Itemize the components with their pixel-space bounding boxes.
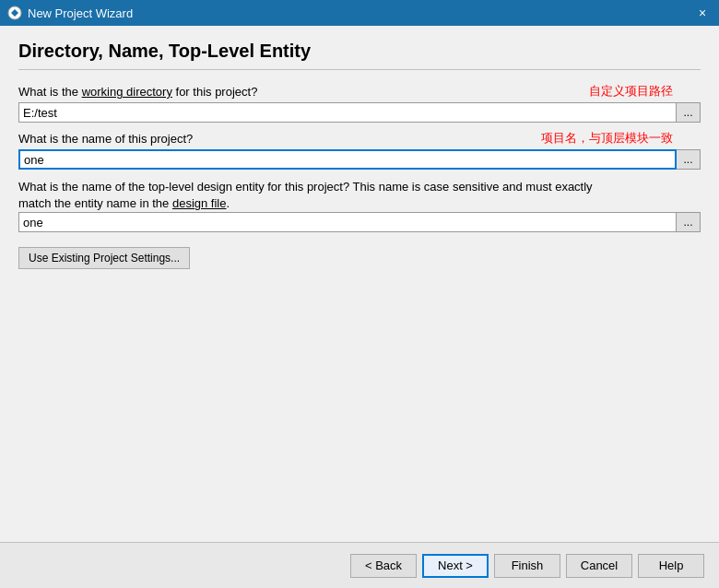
- working-dir-row: ...: [18, 102, 701, 123]
- wizard-icon: [7, 6, 22, 20]
- cancel-button[interactable]: Cancel: [566, 554, 632, 578]
- page-title: Directory, Name, Top-Level Entity: [18, 41, 701, 70]
- close-button[interactable]: ×: [693, 4, 712, 22]
- working-dir-input[interactable]: [18, 102, 677, 123]
- working-dir-browse-button[interactable]: ...: [677, 102, 701, 123]
- working-dir-group: What is the working directory for this p…: [18, 85, 701, 123]
- project-name-input[interactable]: [18, 149, 677, 170]
- finish-button[interactable]: Finish: [494, 554, 560, 578]
- use-existing-settings-button[interactable]: Use Existing Project Settings...: [18, 247, 190, 269]
- top-level-entity-browse-button[interactable]: ...: [677, 212, 701, 232]
- title-bar-text: New Project Wizard: [28, 6, 688, 20]
- working-dir-annotation: 自定义项目路径: [589, 83, 673, 100]
- title-bar: New Project Wizard ×: [0, 0, 719, 26]
- top-level-entity-description: What is the name of the top-level design…: [18, 180, 593, 210]
- project-name-browse-button[interactable]: ...: [677, 149, 701, 170]
- back-button[interactable]: < Back: [350, 554, 417, 578]
- next-button[interactable]: Next >: [422, 554, 489, 578]
- project-name-row: ...: [18, 149, 701, 170]
- project-name-annotation: 项目名，与顶层模块一致: [541, 130, 673, 147]
- dialog-content: Directory, Name, Top-Level Entity What i…: [0, 26, 719, 542]
- form-section: What is the working directory for this p…: [18, 85, 701, 533]
- top-level-entity-input[interactable]: [18, 212, 677, 232]
- top-level-entity-group: What is the name of the top-level design…: [18, 179, 701, 232]
- help-button[interactable]: Help: [638, 554, 704, 578]
- bottom-bar: < Back Next > Finish Cancel Help: [0, 542, 719, 588]
- project-name-group: What is the name of this project? 项目名，与顶…: [18, 132, 701, 170]
- top-level-entity-row: ...: [18, 212, 701, 232]
